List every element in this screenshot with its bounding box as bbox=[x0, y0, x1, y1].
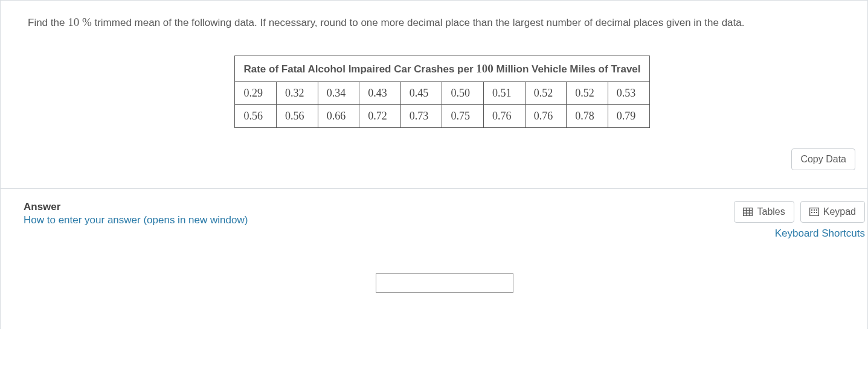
tool-row: Tables Keypad bbox=[734, 201, 865, 223]
prompt-percent: 10 % bbox=[68, 16, 92, 28]
svg-rect-11 bbox=[816, 212, 817, 213]
tables-label: Tables bbox=[757, 206, 785, 217]
data-cell: 0.79 bbox=[608, 104, 649, 127]
svg-rect-9 bbox=[811, 212, 812, 213]
data-cell: 0.76 bbox=[484, 104, 526, 127]
answer-input[interactable] bbox=[376, 273, 513, 293]
data-cell: 0.52 bbox=[525, 81, 567, 104]
question-container: Find the 10 % trimmed mean of the follow… bbox=[0, 0, 868, 329]
prompt-mid: trimmed mean of the following data. If n… bbox=[92, 17, 745, 28]
copy-row: Copy Data bbox=[28, 148, 857, 170]
answer-title: Answer bbox=[24, 201, 248, 213]
svg-rect-7 bbox=[814, 209, 815, 211]
tables-icon bbox=[743, 208, 753, 216]
answer-section: Answer How to enter your answer (opens i… bbox=[0, 188, 868, 329]
data-cell: 0.75 bbox=[442, 104, 484, 127]
data-cell: 0.53 bbox=[608, 81, 649, 104]
data-cell: 0.76 bbox=[525, 104, 567, 127]
data-cell: 0.51 bbox=[484, 81, 526, 104]
svg-rect-6 bbox=[811, 209, 812, 211]
tables-button[interactable]: Tables bbox=[734, 201, 794, 223]
answer-header: Answer How to enter your answer (opens i… bbox=[24, 201, 865, 240]
tool-area: Tables Keypad bbox=[734, 201, 865, 240]
data-cell: 0.43 bbox=[359, 81, 401, 104]
svg-rect-0 bbox=[744, 208, 753, 215]
question-prompt: Find the 10 % trimmed mean of the follow… bbox=[28, 14, 857, 31]
answer-header-left: Answer How to enter your answer (opens i… bbox=[24, 201, 248, 226]
data-table-wrap: Rate of Fatal Alcohol Impaired Car Crash… bbox=[28, 56, 857, 128]
help-link[interactable]: How to enter your answer (opens in new w… bbox=[24, 214, 248, 226]
data-cell: 0.52 bbox=[567, 81, 608, 104]
data-cell: 0.72 bbox=[359, 104, 401, 127]
table-title-a: Rate of Fatal Alcohol Impaired Car Crash… bbox=[243, 63, 476, 75]
data-cell: 0.56 bbox=[277, 104, 318, 127]
svg-rect-10 bbox=[814, 212, 815, 213]
keypad-label: Keypad bbox=[823, 206, 856, 217]
keypad-button[interactable]: Keypad bbox=[800, 201, 865, 223]
copy-data-button[interactable]: Copy Data bbox=[791, 148, 855, 170]
keypad-icon bbox=[809, 208, 819, 216]
table-title-num: 100 bbox=[476, 62, 493, 75]
table-row: 0.56 0.56 0.66 0.72 0.73 0.75 0.76 0.76 … bbox=[235, 104, 649, 127]
data-cell: 0.66 bbox=[318, 104, 359, 127]
data-cell: 0.73 bbox=[400, 104, 442, 127]
question-area: Find the 10 % trimmed mean of the follow… bbox=[0, 1, 868, 188]
data-cell: 0.45 bbox=[400, 81, 442, 104]
input-row bbox=[24, 273, 865, 293]
data-cell: 0.78 bbox=[567, 104, 608, 127]
copy-data-label: Copy Data bbox=[800, 154, 846, 165]
shortcuts-link[interactable]: Keyboard Shortcuts bbox=[775, 228, 865, 240]
data-cell: 0.29 bbox=[235, 81, 277, 104]
data-cell: 0.56 bbox=[235, 104, 277, 127]
table-title: Rate of Fatal Alcohol Impaired Car Crash… bbox=[235, 56, 649, 81]
data-cell: 0.50 bbox=[442, 81, 484, 104]
svg-rect-8 bbox=[816, 209, 817, 211]
table-row: 0.29 0.32 0.34 0.43 0.45 0.50 0.51 0.52 … bbox=[235, 81, 649, 104]
data-cell: 0.32 bbox=[277, 81, 318, 104]
data-cell: 0.34 bbox=[318, 81, 359, 104]
prompt-prefix: Find the bbox=[28, 17, 68, 28]
table-title-b: Million Vehicle Miles of Travel bbox=[493, 63, 641, 75]
data-table: Rate of Fatal Alcohol Impaired Car Crash… bbox=[234, 56, 649, 128]
